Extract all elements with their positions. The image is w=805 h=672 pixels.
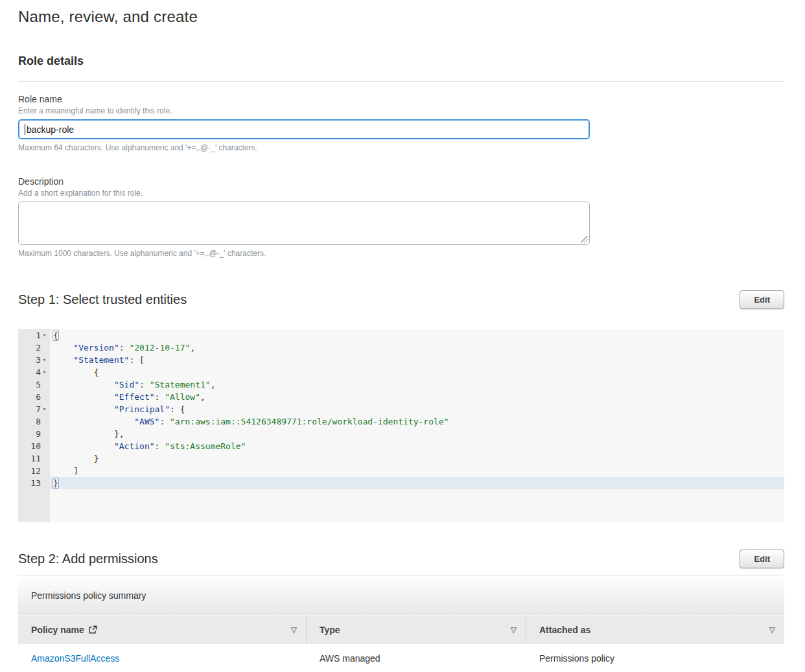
code-text: } (50, 477, 784, 489)
column-header-type: Type▽ (307, 616, 526, 644)
line-number-gutter: 11 (18, 452, 50, 465)
code-text: "Sid": "Statement1", (50, 378, 784, 391)
resize-handle-icon[interactable] (581, 236, 588, 243)
line-number: 5 (36, 378, 41, 391)
column-header-label: Attached as (539, 625, 590, 635)
trust-policy-code-editor[interactable]: 1▾{2 "Version": "2012-10-17",3▾ "Stateme… (18, 329, 784, 522)
role-name-help: Enter a meaningful name to identify this… (18, 106, 784, 115)
line-number-gutter: 1▾ (18, 329, 50, 342)
step2-heading: Step 2: Add permissions (18, 551, 158, 566)
code-line: 6 "Effect": "Allow", (18, 391, 784, 403)
line-number-gutter: 6 (18, 391, 50, 403)
column-header-label: Policy name (31, 625, 97, 635)
role-name-hint: Maximum 64 characters. Use alphanumeric … (18, 143, 784, 152)
policy-name-link[interactable]: AmazonS3FullAccess (31, 653, 119, 664)
line-number: 3 (36, 354, 41, 366)
code-line: 11 } (18, 452, 784, 465)
section-divider (18, 81, 784, 82)
code-line: 3▾ "Statement": [ (18, 354, 784, 366)
policy-type-cell: AWS managed (307, 644, 526, 672)
fold-icon[interactable]: ▾ (41, 366, 48, 378)
page-container: Name, review, and create Role details Ro… (0, 8, 805, 672)
fold-icon[interactable]: ▾ (41, 354, 48, 366)
policy-attached-as-cell: Permissions policy (526, 644, 784, 672)
code-line: 4▾ { (18, 366, 784, 378)
role-name-input[interactable] (18, 119, 590, 139)
code-text: ] (50, 465, 784, 477)
role-details-heading: Role details (18, 54, 784, 68)
line-number: 4 (36, 366, 41, 378)
code-text: "Action": "sts:AssumeRole" (50, 440, 784, 452)
code-line: 10 "Action": "sts:AssumeRole" (18, 440, 784, 452)
line-number-gutter: 4▾ (18, 366, 50, 378)
description-label: Description (18, 176, 784, 187)
description-help: Add a short explanation for this role. (18, 189, 784, 198)
line-number-gutter: 7▾ (18, 403, 50, 415)
line-number: 9 (36, 428, 41, 440)
code-line: 9 }, (18, 428, 784, 440)
line-number-gutter: 3▾ (18, 354, 50, 366)
policy-table-row: AmazonS3FullAccessAWS managedPermissions… (18, 644, 784, 672)
column-header-label: Type (320, 625, 340, 635)
code-line: 2 "Version": "2012-10-17", (18, 342, 784, 354)
line-number-gutter: 10 (18, 440, 50, 452)
line-number-gutter: 12 (18, 465, 50, 477)
code-line: 12 ] (18, 465, 784, 477)
line-number-gutter: 8 (18, 415, 50, 428)
code-line: 7▾ "Principal": { (18, 403, 784, 415)
fold-icon[interactable]: ▾ (41, 403, 48, 415)
code-text: "Principal": { (50, 403, 784, 415)
sort-dropdown-icon[interactable]: ▽ (291, 625, 297, 634)
line-number: 11 (30, 452, 41, 465)
text-cursor (25, 124, 25, 135)
line-number: 1 (36, 329, 41, 342)
code-line: 13} (18, 477, 784, 489)
line-number-gutter: 13 (18, 477, 50, 489)
code-line: 1▾{ (18, 329, 784, 342)
role-name-label: Role name (18, 94, 784, 104)
page-title: Name, review, and create (18, 8, 784, 26)
code-line: 5 "Sid": "Statement1", (18, 378, 784, 391)
external-link-icon (88, 625, 97, 634)
line-number: 8 (36, 415, 41, 428)
permissions-panel: Permissions policy summary Policy name▽T… (18, 575, 784, 672)
code-text: }, (50, 428, 784, 440)
fold-icon[interactable]: ▾ (41, 329, 48, 342)
policy-name-cell: AmazonS3FullAccess (18, 644, 307, 672)
description-hint: Maximum 1000 characters. Use alphanumeri… (18, 249, 784, 258)
policy-table-body: AmazonS3FullAccessAWS managedPermissions… (18, 644, 784, 672)
step1-edit-button[interactable]: Edit (740, 290, 784, 309)
step2-edit-button[interactable]: Edit (740, 550, 784, 568)
sort-dropdown-icon[interactable]: ▽ (769, 625, 775, 634)
line-number: 12 (30, 465, 41, 477)
code-text: "AWS": "arn:aws:iam::541263489771:role/w… (50, 415, 784, 428)
column-header-attached-as: Attached as▽ (526, 616, 784, 644)
line-number: 2 (36, 342, 41, 354)
line-number: 6 (36, 391, 41, 403)
permissions-panel-title: Permissions policy summary (31, 590, 146, 601)
line-number: 10 (30, 440, 41, 452)
description-textarea[interactable] (18, 202, 590, 245)
line-number-gutter: 5 (18, 378, 50, 391)
line-number: 13 (30, 477, 41, 489)
policy-table-header: Policy name▽Type▽Attached as▽ (18, 615, 784, 644)
line-number: 7 (36, 403, 41, 415)
code-text: "Version": "2012-10-17", (50, 342, 784, 354)
code-text: "Effect": "Allow", (50, 391, 784, 403)
line-number-gutter: 9 (18, 428, 50, 440)
code-text: } (50, 452, 784, 465)
sort-dropdown-icon[interactable]: ▽ (511, 625, 517, 634)
step1-heading: Step 1: Select trusted entities (18, 292, 187, 307)
code-text: { (50, 329, 784, 342)
code-text: { (50, 366, 784, 378)
column-header-policy-name: Policy name▽ (18, 616, 307, 644)
line-number-gutter: 2 (18, 342, 50, 354)
code-line: 8 "AWS": "arn:aws:iam::541263489771:role… (18, 415, 784, 428)
code-text: "Statement": [ (50, 354, 784, 366)
permissions-panel-header: Permissions policy summary (18, 575, 784, 615)
